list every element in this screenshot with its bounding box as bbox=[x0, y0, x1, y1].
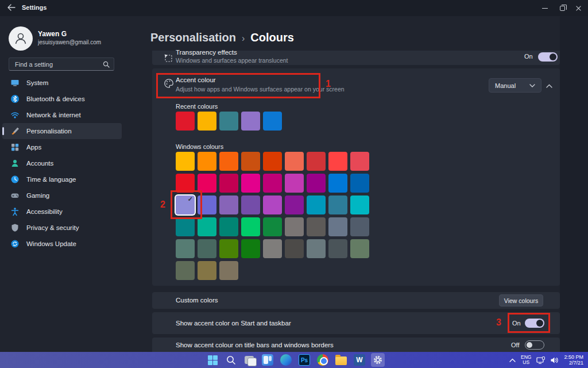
breadcrumb-personalisation[interactable]: Personalisation bbox=[150, 31, 236, 44]
edge-button[interactable] bbox=[279, 353, 293, 367]
back-button[interactable] bbox=[7, 3, 17, 13]
sidebar-item-accessibility[interactable]: Accessibility bbox=[2, 204, 122, 220]
windows-colour-swatch[interactable] bbox=[176, 261, 195, 280]
windows-colour-swatch[interactable] bbox=[241, 152, 260, 171]
windows-colour-swatch[interactable] bbox=[350, 195, 369, 214]
task-view-button[interactable] bbox=[242, 353, 256, 367]
windows-colour-swatch[interactable] bbox=[241, 239, 260, 258]
collapse-section-button[interactable] bbox=[543, 80, 555, 91]
windows-colour-swatch[interactable] bbox=[285, 239, 304, 258]
windows-colour-swatch[interactable] bbox=[219, 152, 238, 171]
photoshop-button[interactable]: Ps bbox=[297, 353, 311, 367]
sidebar-item-system[interactable]: System bbox=[2, 75, 122, 91]
sidebar-item-windows-update[interactable]: Windows Update bbox=[2, 236, 122, 252]
windows-colour-swatch[interactable] bbox=[307, 239, 326, 258]
windows-colour-swatch[interactable] bbox=[328, 239, 347, 258]
clock[interactable]: 2:50 PM 2/7/21 bbox=[564, 354, 583, 366]
windows-colour-swatch[interactable] bbox=[219, 195, 238, 214]
windows-colour-swatch[interactable] bbox=[285, 195, 304, 214]
windows-colour-swatch[interactable] bbox=[307, 174, 326, 193]
windows-colour-swatch[interactable] bbox=[198, 217, 216, 236]
windows-colour-swatch[interactable] bbox=[285, 152, 304, 171]
sidebar-item-network[interactable]: Network & internet bbox=[2, 107, 122, 123]
user-name: Yawen G bbox=[38, 30, 67, 38]
sidebar-item-apps[interactable]: Apps bbox=[2, 139, 122, 155]
sidebar-item-gaming[interactable]: Gaming bbox=[2, 187, 122, 204]
windows-colour-swatch[interactable] bbox=[263, 239, 282, 258]
windows-colour-swatch[interactable] bbox=[285, 217, 304, 236]
windows-colour-swatch[interactable] bbox=[263, 152, 282, 171]
maximize-button[interactable] bbox=[554, 0, 571, 16]
windows-colour-swatch[interactable] bbox=[241, 217, 260, 236]
volume-icon[interactable] bbox=[550, 356, 559, 364]
language-indicator[interactable]: ENG US bbox=[521, 355, 531, 365]
sidebar-item-privacy[interactable]: Privacy & security bbox=[2, 220, 122, 236]
search-box[interactable] bbox=[9, 57, 114, 71]
windows-colour-swatch[interactable] bbox=[176, 217, 195, 236]
windows-colour-swatch[interactable] bbox=[198, 152, 216, 171]
accent-title-bars-toggle[interactable] bbox=[525, 340, 544, 350]
accent-start-taskbar-toggle[interactable] bbox=[525, 319, 544, 328]
sidebar-item-time-language[interactable]: Time & language bbox=[2, 171, 122, 187]
avatar[interactable] bbox=[9, 26, 33, 51]
recent-colour-swatch[interactable] bbox=[198, 112, 216, 131]
windows-colour-swatch[interactable] bbox=[241, 195, 260, 214]
widgets-button[interactable] bbox=[261, 353, 274, 367]
windows-colour-swatch[interactable] bbox=[219, 239, 238, 258]
transparency-effects-row[interactable]: Transparency effects Windows and surface… bbox=[152, 51, 560, 65]
transparency-toggle[interactable] bbox=[538, 52, 558, 62]
minimize-button[interactable] bbox=[536, 0, 554, 16]
accounts-icon bbox=[10, 159, 20, 168]
windows-colour-swatch[interactable] bbox=[263, 174, 282, 193]
accent-mode-dropdown[interactable]: Manual bbox=[489, 78, 541, 93]
file-explorer-button[interactable] bbox=[334, 353, 348, 367]
windows-colour-swatch[interactable] bbox=[219, 261, 238, 280]
windows-colour-swatch[interactable] bbox=[328, 217, 347, 236]
network-tray-icon[interactable] bbox=[536, 356, 545, 364]
windows-colour-swatch[interactable] bbox=[350, 239, 369, 258]
windows-colour-swatch[interactable] bbox=[219, 174, 238, 193]
windows-colour-swatch[interactable] bbox=[350, 217, 369, 236]
windows-colour-swatch[interactable] bbox=[198, 239, 216, 258]
windows-colour-swatch-selected[interactable]: ✓ bbox=[176, 195, 195, 214]
taskbar-search-button[interactable] bbox=[224, 353, 238, 367]
sidebar-item-bluetooth[interactable]: Bluetooth & devices bbox=[2, 91, 122, 107]
sidebar-item-accounts[interactable]: Accounts bbox=[2, 155, 122, 171]
windows-colour-swatch[interactable] bbox=[241, 174, 260, 193]
word-button[interactable]: W bbox=[353, 353, 366, 367]
windows-colour-swatch[interactable] bbox=[307, 217, 326, 236]
windows-colour-swatch[interactable] bbox=[198, 174, 216, 193]
close-button[interactable] bbox=[570, 0, 587, 16]
sidebar-item-personalisation[interactable]: Personalisation bbox=[2, 123, 122, 139]
transparency-icon bbox=[164, 53, 173, 63]
recent-colour-swatch[interactable] bbox=[176, 112, 195, 131]
windows-colour-swatch[interactable] bbox=[350, 174, 369, 193]
windows-colour-swatch[interactable] bbox=[263, 217, 282, 236]
start-button[interactable] bbox=[206, 353, 219, 367]
custom-colors-label: Custom colors bbox=[176, 297, 218, 304]
windows-colour-swatch[interactable] bbox=[285, 174, 304, 193]
windows-colour-swatch[interactable] bbox=[198, 195, 216, 214]
windows-colour-swatch[interactable] bbox=[263, 195, 282, 214]
tray-chevron-up-icon[interactable] bbox=[509, 358, 516, 362]
windows-logo-icon bbox=[208, 355, 218, 365]
windows-colour-swatch[interactable] bbox=[176, 152, 195, 171]
view-colours-button[interactable]: View colours bbox=[499, 294, 543, 306]
recent-colour-swatch[interactable] bbox=[263, 112, 282, 131]
windows-colour-swatch[interactable] bbox=[307, 152, 326, 171]
settings-button[interactable] bbox=[371, 353, 385, 367]
windows-colour-swatch[interactable] bbox=[198, 261, 216, 280]
windows-colour-swatch[interactable] bbox=[176, 174, 195, 193]
windows-colour-swatch[interactable] bbox=[328, 152, 347, 171]
windows-colour-swatch[interactable] bbox=[219, 217, 238, 236]
recent-colour-swatch[interactable] bbox=[241, 112, 260, 131]
taskbar: Ps W ENG US 2:50 PM 2/7/21 bbox=[0, 352, 588, 368]
windows-colour-swatch[interactable] bbox=[350, 152, 369, 171]
search-input[interactable] bbox=[14, 59, 100, 70]
windows-colour-swatch[interactable] bbox=[328, 195, 347, 214]
windows-colour-swatch[interactable] bbox=[328, 174, 347, 193]
windows-colour-swatch[interactable] bbox=[176, 239, 195, 258]
chrome-button[interactable] bbox=[316, 353, 330, 367]
windows-colour-swatch[interactable] bbox=[307, 195, 326, 214]
recent-colour-swatch[interactable] bbox=[219, 112, 238, 131]
